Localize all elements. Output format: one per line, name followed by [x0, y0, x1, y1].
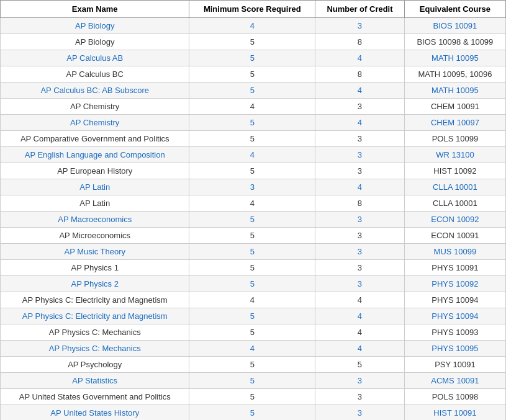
table-row: AP United States History 5 3 HIST 10091	[1, 405, 506, 421]
min-score: 5	[189, 163, 315, 179]
equiv-course: MATH 10095	[404, 83, 505, 99]
num-credits: 3	[315, 147, 405, 163]
min-score: 5	[189, 228, 315, 244]
num-credits: 4	[315, 341, 405, 357]
exam-name: AP Music Theory	[1, 244, 189, 260]
table-row: AP Physics C: Mechanics 4 4 PHYS 10095	[1, 341, 506, 357]
equiv-course: HIST 10092	[404, 163, 505, 179]
header-equiv-course: Equivalent Course	[404, 1, 505, 18]
table-row: AP Calculus AB 5 4 MATH 10095	[1, 50, 506, 66]
num-credits: 3	[315, 373, 405, 389]
table-row: AP Comparative Government and Politics 5…	[1, 131, 506, 147]
equiv-course: PHYS 10091	[404, 260, 505, 276]
exam-name: AP Calculus AB	[1, 50, 189, 66]
exam-name: AP English Language and Composition	[1, 147, 189, 163]
exam-name: AP Physics C: Electricity and Magnetism	[1, 308, 189, 324]
equiv-course: PSY 10091	[404, 357, 505, 373]
num-credits: 4	[315, 50, 405, 66]
num-credits: 3	[315, 260, 405, 276]
equiv-course: MUS 10099	[404, 244, 505, 260]
num-credits: 3	[315, 405, 405, 421]
num-credits: 4	[315, 83, 405, 99]
num-credits: 3	[315, 276, 405, 292]
table-row: AP Latin 3 4 CLLA 10001	[1, 179, 506, 195]
equiv-course: CLLA 10001	[404, 179, 505, 195]
num-credits: 4	[315, 179, 405, 195]
min-score: 4	[189, 99, 315, 115]
equiv-course: ACMS 10091	[404, 373, 505, 389]
exam-name: AP Physics C: Mechanics	[1, 324, 189, 341]
num-credits: 8	[315, 195, 405, 212]
equiv-course: CHEM 10091	[404, 99, 505, 115]
table-row: AP Statistics 5 3 ACMS 10091	[1, 373, 506, 389]
num-credits: 3	[315, 244, 405, 260]
min-score: 4	[189, 18, 315, 34]
num-credits: 8	[315, 66, 405, 83]
min-score: 4	[189, 147, 315, 163]
exam-name: AP Physics C: Electricity and Magnetism	[1, 292, 189, 308]
exam-name: AP Psychology	[1, 357, 189, 373]
num-credits: 4	[315, 308, 405, 324]
header-min-score: Minimum Score Required	[189, 1, 315, 18]
num-credits: 3	[315, 163, 405, 179]
exam-name: AP Physics C: Mechanics	[1, 341, 189, 357]
exam-name: AP United States History	[1, 405, 189, 421]
exam-name: AP Biology	[1, 34, 189, 50]
min-score: 5	[189, 260, 315, 276]
table-row: AP European History 5 3 HIST 10092	[1, 163, 506, 179]
exam-name: AP Physics 2	[1, 276, 189, 292]
equiv-course: MATH 10095, 10096	[404, 66, 505, 83]
exam-name: AP European History	[1, 163, 189, 179]
exam-name: AP Latin	[1, 179, 189, 195]
equiv-course: HIST 10091	[404, 405, 505, 421]
equiv-course: PHYS 10095	[404, 341, 505, 357]
table-row: AP Calculus BC 5 8 MATH 10095, 10096	[1, 66, 506, 83]
num-credits: 3	[315, 18, 405, 34]
exam-name: AP Calculus BC: AB Subscore	[1, 83, 189, 99]
equiv-course: ECON 10092	[404, 212, 505, 228]
exam-name: AP Macroeconomics	[1, 212, 189, 228]
table-row: AP Physics C: Electricity and Magnetism …	[1, 308, 506, 324]
table-row: AP Psychology 5 5 PSY 10091	[1, 357, 506, 373]
min-score: 5	[189, 405, 315, 421]
table-row: AP Latin 4 8 CLLA 10001	[1, 195, 506, 212]
min-score: 5	[189, 276, 315, 292]
num-credits: 3	[315, 212, 405, 228]
equiv-course: POLS 10099	[404, 131, 505, 147]
table-row: AP Physics 2 5 3 PHYS 10092	[1, 276, 506, 292]
table-row: AP Microeconomics 5 3 ECON 10091	[1, 228, 506, 244]
table-row: AP Physics C: Electricity and Magnetism …	[1, 292, 506, 308]
min-score: 5	[189, 115, 315, 131]
table-row: AP Biology 4 3 BIOS 10091	[1, 18, 506, 34]
min-score: 5	[189, 34, 315, 50]
exam-name: AP Microeconomics	[1, 228, 189, 244]
table-row: AP Chemistry 4 3 CHEM 10091	[1, 99, 506, 115]
table-row: AP Calculus BC: AB Subscore 5 4 MATH 100…	[1, 83, 506, 99]
num-credits: 3	[315, 228, 405, 244]
header-exam-name: Exam Name	[1, 1, 189, 18]
num-credits: 5	[315, 357, 405, 373]
min-score: 5	[189, 66, 315, 83]
min-score: 5	[189, 244, 315, 260]
min-score: 4	[189, 195, 315, 212]
min-score: 5	[189, 83, 315, 99]
min-score: 5	[189, 50, 315, 66]
exam-name: AP Statistics	[1, 373, 189, 389]
equiv-course: PHYS 10094	[404, 292, 505, 308]
table-row: AP Physics C: Mechanics 5 4 PHYS 10093	[1, 324, 506, 341]
min-score: 5	[189, 373, 315, 389]
equiv-course: WR 13100	[404, 147, 505, 163]
num-credits: 4	[315, 324, 405, 341]
equiv-course: BIOS 10091	[404, 18, 505, 34]
equiv-course: PHYS 10092	[404, 276, 505, 292]
table-row: AP English Language and Composition 4 3 …	[1, 147, 506, 163]
table-row: AP Music Theory 5 3 MUS 10099	[1, 244, 506, 260]
min-score: 5	[189, 324, 315, 341]
min-score: 4	[189, 292, 315, 308]
equiv-course: CHEM 10097	[404, 115, 505, 131]
min-score: 5	[189, 389, 315, 405]
num-credits: 4	[315, 292, 405, 308]
min-score: 5	[189, 308, 315, 324]
num-credits: 3	[315, 131, 405, 147]
exam-name: AP United States Government and Politics	[1, 389, 189, 405]
